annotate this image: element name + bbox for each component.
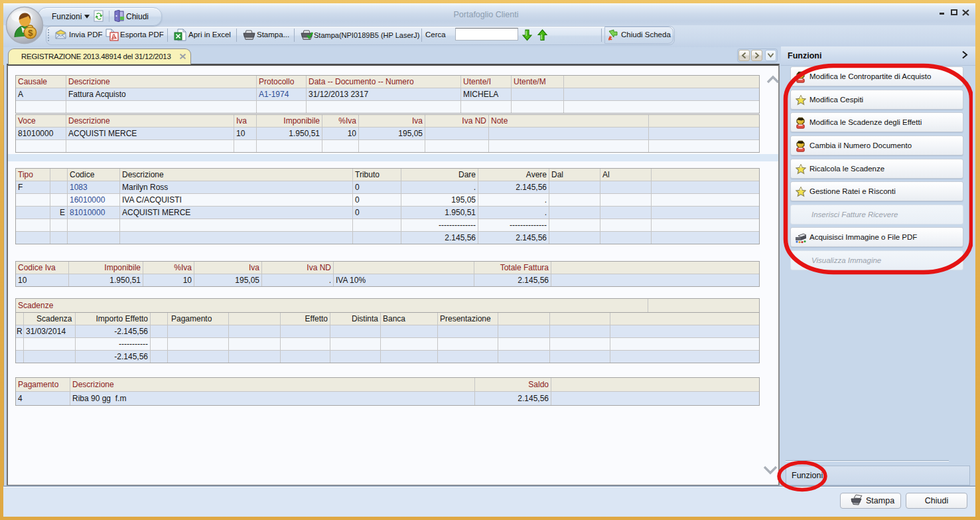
svg-text:$: $ <box>28 28 33 38</box>
